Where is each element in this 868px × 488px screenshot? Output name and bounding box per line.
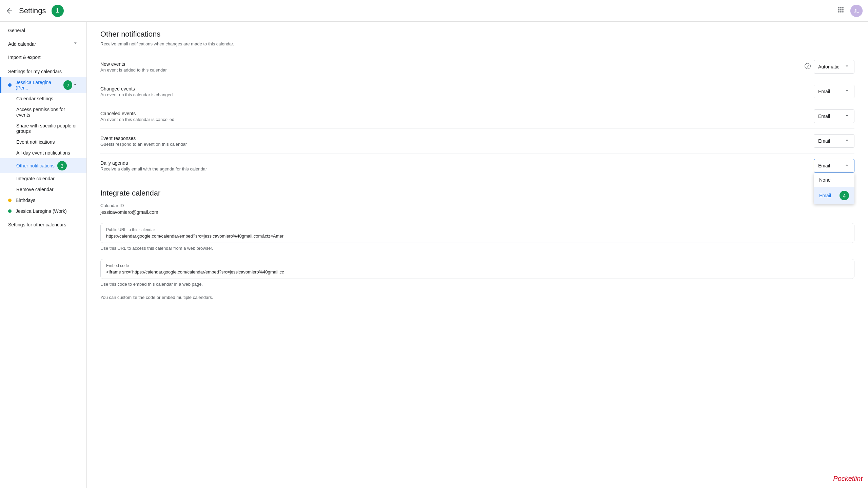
remove-calendar-label: Remove calendar [16, 187, 54, 192]
calendar-id-value: jessicavomiero@gmail.com [100, 209, 854, 215]
chevron-up-icon [844, 162, 850, 169]
changed-events-dropdown[interactable]: Email [814, 85, 854, 98]
chevron-up-icon [72, 81, 78, 89]
public-url-value: https://calendar.google.com/calendar/emb… [106, 233, 849, 239]
topbar: Settings 1 JL [0, 0, 868, 22]
changed-events-value: Email [818, 89, 830, 94]
canceled-events-title: Canceled events [100, 111, 814, 116]
sidebar-item-allday-notifications[interactable]: All-day event notifications [0, 147, 86, 158]
canceled-events-actions: Email [814, 109, 854, 123]
other-notifications-title: Other notifications [100, 30, 854, 39]
daily-agenda-title: Daily agenda [100, 160, 814, 166]
avatar[interactable]: JL [850, 5, 863, 17]
help-icon[interactable]: ? [804, 63, 811, 71]
embed-code-label: Embed code [106, 263, 849, 268]
new-events-dropdown-container: Automatic [814, 60, 854, 74]
new-events-value: Automatic [818, 64, 839, 69]
other-notifications-label: Other notifications [16, 163, 55, 168]
sidebar-item-integrate-calendar[interactable]: Integrate calendar [0, 173, 86, 184]
dropdown-email-label: Email [819, 193, 831, 198]
back-button[interactable] [5, 7, 14, 15]
watermark-text: Pocketlint [833, 475, 863, 482]
settings-my-calendars-header: Settings for my calendars [0, 63, 86, 77]
apps-icon[interactable] [834, 3, 848, 18]
sidebar-item-remove-calendar[interactable]: Remove calendar [0, 184, 86, 195]
changed-events-dropdown-container: Email [814, 85, 854, 98]
event-responses-dropdown[interactable]: Email [814, 134, 854, 148]
sidebar-item-access-permissions[interactable]: Access permissions for events [0, 104, 86, 120]
daily-agenda-dropdown-menu: None Email 4 [814, 173, 854, 204]
calendar-settings-label: Calendar settings [16, 96, 53, 101]
new-events-dropdown[interactable]: Automatic [814, 60, 854, 74]
daily-agenda-dropdown[interactable]: Email [814, 159, 854, 172]
topbar-left: Settings 1 [5, 5, 834, 17]
layout: General Add calendar Import & export Set… [0, 22, 868, 488]
svg-point-2 [842, 7, 844, 8]
event-responses-sub: Guests respond to an event on this calen… [100, 142, 814, 147]
svg-point-6 [838, 11, 840, 13]
changed-events-label: Changed events An event on this calendar… [100, 86, 814, 97]
event-responses-dropdown-container: Email [814, 134, 854, 148]
svg-text:JL: JL [854, 8, 859, 14]
topbar-right: JL [834, 3, 863, 18]
sidebar-item-event-notifications[interactable]: Event notifications [0, 137, 86, 147]
embed-code-box: Embed code <iframe src="https://calendar… [100, 259, 854, 279]
sidebar-item-import-export[interactable]: Import & export [0, 51, 86, 63]
canceled-events-row: Canceled events An event on this calenda… [100, 104, 854, 129]
daily-agenda-dropdown-container: Email None Email 4 [814, 159, 854, 172]
dropdown-option-none[interactable]: None [814, 173, 854, 187]
sidebar-item-add-calendar[interactable]: Add calendar [0, 37, 86, 51]
svg-point-5 [842, 9, 844, 11]
canceled-events-dropdown[interactable]: Email [814, 109, 854, 123]
jessica-per-label: Jessica Laregina (Per... [16, 80, 61, 90]
event-responses-row: Event responses Guests respond to an eve… [100, 129, 854, 154]
step1-badge: 1 [52, 5, 64, 17]
chevron-down-icon [844, 63, 850, 70]
svg-point-3 [838, 9, 840, 11]
daily-agenda-actions: Email None Email 4 [814, 159, 854, 172]
integrate-calendar-title: Integrate calendar [100, 189, 854, 198]
share-specific-label: Share with specific people or groups [16, 123, 77, 134]
step3-badge: 3 [57, 161, 67, 170]
new-events-label: New events An event is added to this cal… [100, 61, 804, 73]
sidebar-item-jessica-work[interactable]: Jessica Laregina (Work) [0, 206, 86, 217]
sidebar: General Add calendar Import & export Set… [0, 22, 87, 488]
birthdays-label: Birthdays [16, 198, 35, 203]
allday-notifications-label: All-day event notifications [16, 150, 70, 156]
new-events-title: New events [100, 61, 804, 67]
import-export-label: Import & export [8, 55, 41, 60]
chevron-down-icon [72, 40, 78, 48]
sidebar-item-birthdays[interactable]: Birthdays [0, 195, 86, 206]
sidebar-item-share-specific[interactable]: Share with specific people or groups [0, 120, 86, 137]
integrate-calendar-section: Integrate calendar Calendar ID jessicavo… [100, 189, 854, 300]
add-calendar-label: Add calendar [8, 41, 36, 47]
canceled-events-label: Canceled events An event on this calenda… [100, 111, 814, 122]
calendar-id-label: Calendar ID [100, 203, 854, 208]
daily-agenda-label: Daily agenda Receive a daily email with … [100, 160, 814, 171]
embed-code-value: <iframe src="https://calendar.google.com… [106, 269, 849, 274]
event-responses-label: Event responses Guests respond to an eve… [100, 136, 814, 147]
sidebar-item-jessica-per[interactable]: Jessica Laregina (Per... 2 [0, 77, 86, 93]
other-notifications-section: Other notifications Receive email notifi… [100, 30, 854, 178]
event-responses-value: Email [818, 138, 830, 144]
event-responses-title: Event responses [100, 136, 814, 141]
canceled-events-dropdown-container: Email [814, 109, 854, 123]
step4-badge: 4 [840, 191, 849, 200]
event-notifications-label: Event notifications [16, 139, 55, 145]
dropdown-option-email[interactable]: Email 4 [814, 187, 854, 204]
new-events-sub: An event is added to this calendar [100, 67, 804, 73]
chevron-down-icon [844, 88, 850, 95]
integrate-calendar-label: Integrate calendar [16, 176, 55, 181]
event-responses-actions: Email [814, 134, 854, 148]
sidebar-item-other-notifications[interactable]: Other notifications 3 [0, 158, 86, 173]
changed-events-title: Changed events [100, 86, 814, 92]
access-permissions-label: Access permissions for events [16, 107, 65, 118]
changed-events-actions: Email [814, 85, 854, 98]
public-url-box: Public URL to this calendar https://cale… [100, 223, 854, 243]
new-events-row: New events An event is added to this cal… [100, 55, 854, 79]
new-events-actions: ? Automatic [804, 60, 854, 74]
step2-badge: 2 [63, 80, 72, 90]
sidebar-item-general[interactable]: General [0, 24, 86, 37]
jessica-per-dot [8, 83, 12, 87]
sidebar-item-calendar-settings[interactable]: Calendar settings [0, 93, 86, 104]
